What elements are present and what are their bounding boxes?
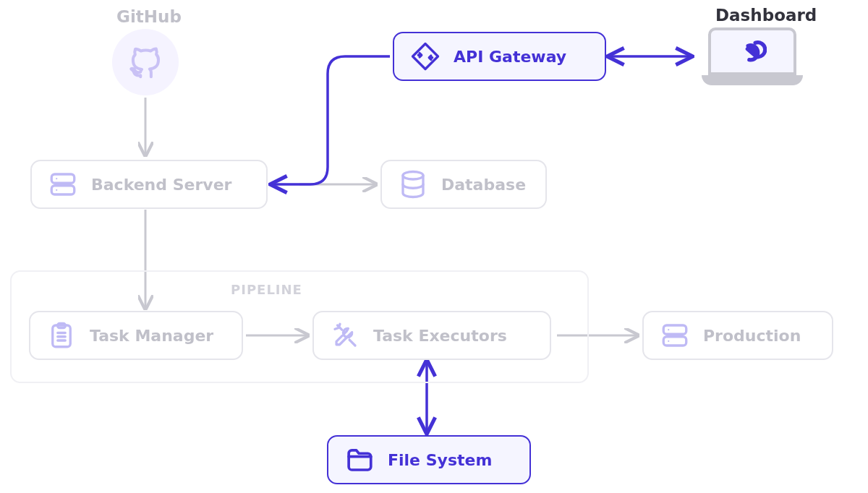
- database-label: Database: [441, 176, 526, 194]
- backend-server-node: Backend Server: [30, 160, 268, 209]
- svg-point-9: [668, 329, 669, 330]
- api-gateway-label: API Gateway: [454, 48, 566, 66]
- github-icon: [126, 43, 165, 82]
- task-executors-label: Task Executors: [373, 327, 507, 345]
- file-system-node: File System: [327, 435, 531, 484]
- task-manager-label: Task Manager: [90, 327, 213, 345]
- task-manager-node: Task Manager: [29, 311, 243, 360]
- svg-point-3: [56, 189, 57, 191]
- github-avatar: [112, 29, 179, 95]
- production-label: Production: [703, 327, 801, 345]
- tools-icon: [330, 320, 360, 351]
- database-icon: [398, 169, 428, 200]
- clipboard-icon: [46, 320, 77, 351]
- dashboard-logo-icon: [738, 37, 767, 66]
- backend-server-label: Backend Server: [91, 176, 231, 194]
- server-icon: [48, 169, 78, 200]
- dashboard-device: [702, 27, 803, 88]
- svg-rect-0: [51, 174, 75, 183]
- production-node: Production: [642, 311, 833, 360]
- svg-rect-1: [51, 186, 75, 194]
- github-heading: GitHub: [116, 7, 182, 26]
- svg-point-4: [403, 172, 423, 180]
- gateway-icon: [410, 41, 441, 72]
- svg-rect-8: [663, 337, 686, 346]
- production-server-icon: [660, 320, 690, 351]
- svg-point-2: [56, 178, 57, 179]
- dashboard-heading: Dashboard: [715, 6, 817, 25]
- api-gateway-node: API Gateway: [393, 32, 606, 81]
- file-system-label: File System: [388, 451, 492, 469]
- pipeline-title: PIPELINE: [231, 282, 302, 297]
- database-node: Database: [380, 160, 547, 209]
- folder-icon: [344, 445, 375, 475]
- arrow-apigw-backend: [273, 56, 390, 184]
- svg-rect-7: [663, 325, 686, 334]
- task-executors-node: Task Executors: [312, 311, 551, 360]
- svg-point-10: [668, 340, 669, 342]
